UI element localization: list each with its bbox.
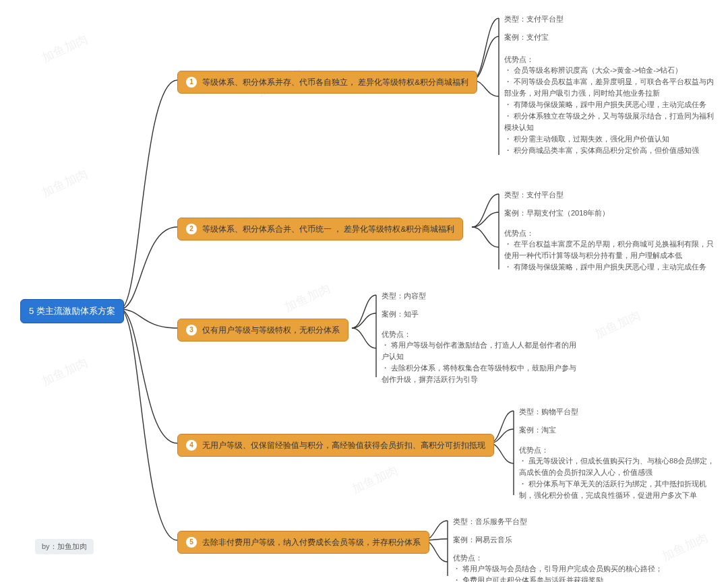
branch-node-5[interactable]: 5 去除非付费用户等级，纳入付费成长会员等级，并存积分体系 xyxy=(177,531,429,554)
leaf-type-3: 类型：内容型 xyxy=(382,290,426,302)
branch-label: 去除非付费用户等级，纳入付费成长会员等级，并存积分体系 xyxy=(202,537,421,548)
watermark: 加鱼加肉 xyxy=(39,31,90,66)
watermark: 加鱼加肉 xyxy=(349,462,400,497)
leaf-case-1: 案例：支付宝 xyxy=(504,32,549,43)
leaf-type-4: 类型：购物平台型 xyxy=(519,406,578,418)
watermark: 加鱼加肉 xyxy=(282,280,332,315)
leaf-type-2: 类型：支付平台型 xyxy=(504,189,564,201)
watermark: 加鱼加肉 xyxy=(39,354,90,389)
watermark: 加鱼加肉 xyxy=(592,307,642,342)
branch-number-badge: 4 xyxy=(186,440,197,451)
leaf-adv-header-1: 优势点： xyxy=(504,54,534,65)
branch-node-2[interactable]: 2 等级体系、积分体系合并、代币统一 ， 差异化等级特权&积分商城福利 xyxy=(177,218,463,240)
branch-number-badge: 5 xyxy=(186,537,197,548)
branch-number-badge: 3 xyxy=(186,325,197,335)
branch-label: 无用户等级、仅保留经验值与积分，高经验值获得会员折扣、高积分可折扣抵现 xyxy=(202,440,485,451)
leaf-adv-body-2: ・ 在平台权益丰富度不足的早期，积分商城可兑换福利有限，只使用一种代币计算等级与… xyxy=(504,238,720,273)
leaf-case-2: 案例：早期支付宝（2018年前） xyxy=(504,207,609,219)
leaf-type-1: 类型：支付平台型 xyxy=(504,13,564,25)
leaf-adv-body-1: ・ 会员等级名称辨识度高（大众->黄金->铂金->钻石） ・ 不同等级会员权益丰… xyxy=(504,65,720,156)
watermark: 加鱼加肉 xyxy=(39,166,90,201)
leaf-case-4: 案例：淘宝 xyxy=(519,424,556,436)
root-node[interactable]: 5 类主流激励体系方案 xyxy=(20,299,124,323)
branch-label: 仅有用户等级与等级特权，无积分体系 xyxy=(202,325,340,335)
root-label: 5 类主流激励体系方案 xyxy=(29,306,115,316)
branch-label: 等级体系、积分体系合并、代币统一 ， 差异化等级特权&积分商城福利 xyxy=(202,224,454,234)
leaf-adv-body-4: ・ 虽无等级设计，但成长值购买行为、与核心88会员绑定，高成长值的会员折扣深入人… xyxy=(519,455,721,501)
leaf-adv-body-3: ・ 将用户等级与创作者激励结合，打造人人都是创作者的用户认知 ・ 去除积分体系，… xyxy=(382,340,584,385)
leaf-adv-body-5: ・ 将用户等级与会员结合，引导用户完成会员购买的核心路径； ・ 免费用户可走积分… xyxy=(453,563,663,582)
branch-node-3[interactable]: 3 仅有用户等级与等级特权，无积分体系 xyxy=(177,319,348,342)
leaf-adv-header-5: 优势点： xyxy=(453,552,483,564)
branch-label: 等级体系、积分体系并存、代币各自独立， 差异化等级特权&积分商城福利 xyxy=(202,77,468,88)
leaf-adv-header-2: 优势点： xyxy=(504,228,534,239)
byline: by：加鱼加肉 xyxy=(35,539,94,554)
branch-number-badge: 1 xyxy=(186,77,197,88)
watermark: 加鱼加肉 xyxy=(659,529,710,564)
leaf-type-5: 类型：音乐服务平台型 xyxy=(453,516,527,527)
branch-node-1[interactable]: 1 等级体系、积分体系并存、代币各自独立， 差异化等级特权&积分商城福利 xyxy=(177,71,477,94)
branch-number-badge: 2 xyxy=(186,224,197,234)
leaf-adv-header-3: 优势点： xyxy=(382,329,411,340)
branch-node-4[interactable]: 4 无用户等级、仅保留经验值与积分，高经验值获得会员折扣、高积分可折扣抵现 xyxy=(177,434,494,457)
leaf-case-5: 案例：网易云音乐 xyxy=(453,534,512,546)
leaf-adv-header-4: 优势点： xyxy=(519,445,549,456)
leaf-case-3: 案例：知乎 xyxy=(382,309,419,320)
